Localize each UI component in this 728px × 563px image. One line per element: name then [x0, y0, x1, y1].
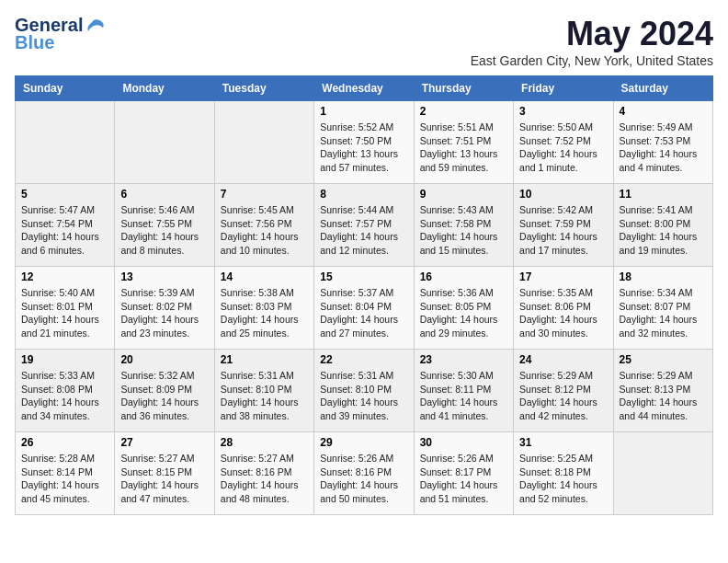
weekday-header-sunday: Sunday — [16, 76, 115, 101]
day-number: 21 — [221, 353, 308, 366]
day-number: 29 — [320, 436, 407, 449]
calendar-cell: 18Sunrise: 5:34 AM Sunset: 8:07 PM Dayli… — [613, 267, 712, 350]
title-block: May 2024 East Garden City, New York, Uni… — [471, 15, 713, 68]
weekday-header-friday: Friday — [514, 76, 613, 101]
day-number: 26 — [21, 436, 108, 449]
calendar-cell — [115, 101, 214, 184]
day-info: Sunrise: 5:26 AM Sunset: 8:17 PM Dayligh… — [420, 452, 507, 506]
calendar-table: SundayMondayTuesdayWednesdayThursdayFrid… — [15, 75, 713, 515]
day-info: Sunrise: 5:52 AM Sunset: 7:50 PM Dayligh… — [320, 121, 407, 175]
logo-bird-icon — [85, 18, 105, 33]
day-number: 1 — [320, 105, 407, 118]
page-header: General Blue May 2024 East Garden City, … — [15, 15, 713, 68]
calendar-cell: 17Sunrise: 5:35 AM Sunset: 8:06 PM Dayli… — [514, 267, 613, 350]
day-number: 10 — [519, 188, 607, 201]
calendar-cell: 5Sunrise: 5:47 AM Sunset: 7:54 PM Daylig… — [16, 184, 115, 267]
calendar-cell — [613, 432, 712, 515]
calendar-cell: 25Sunrise: 5:29 AM Sunset: 8:13 PM Dayli… — [613, 350, 712, 432]
calendar-cell: 3Sunrise: 5:50 AM Sunset: 7:52 PM Daylig… — [514, 101, 613, 184]
week-row-5: 26Sunrise: 5:28 AM Sunset: 8:14 PM Dayli… — [16, 432, 713, 515]
calendar-cell: 9Sunrise: 5:43 AM Sunset: 7:58 PM Daylig… — [414, 184, 513, 267]
calendar-cell: 24Sunrise: 5:29 AM Sunset: 8:12 PM Dayli… — [514, 350, 613, 432]
calendar-body: 1Sunrise: 5:52 AM Sunset: 7:50 PM Daylig… — [16, 101, 713, 515]
calendar-cell — [16, 101, 115, 184]
day-info: Sunrise: 5:29 AM Sunset: 8:12 PM Dayligh… — [519, 369, 607, 423]
day-info: Sunrise: 5:25 AM Sunset: 8:18 PM Dayligh… — [519, 452, 607, 506]
logo: General Blue — [15, 15, 105, 53]
day-number: 15 — [320, 270, 407, 283]
day-info: Sunrise: 5:36 AM Sunset: 8:05 PM Dayligh… — [420, 286, 507, 340]
calendar-cell: 6Sunrise: 5:46 AM Sunset: 7:55 PM Daylig… — [115, 184, 214, 267]
day-info: Sunrise: 5:46 AM Sunset: 7:55 PM Dayligh… — [120, 203, 208, 258]
day-number: 6 — [120, 188, 208, 201]
calendar-cell: 31Sunrise: 5:25 AM Sunset: 8:18 PM Dayli… — [514, 432, 613, 515]
calendar-cell: 14Sunrise: 5:38 AM Sunset: 8:03 PM Dayli… — [214, 267, 313, 350]
day-number: 19 — [21, 353, 108, 366]
day-info: Sunrise: 5:27 AM Sunset: 8:15 PM Dayligh… — [120, 452, 208, 506]
day-number: 28 — [221, 436, 308, 449]
week-row-1: 1Sunrise: 5:52 AM Sunset: 7:50 PM Daylig… — [16, 101, 713, 184]
calendar-cell: 28Sunrise: 5:27 AM Sunset: 8:16 PM Dayli… — [214, 432, 313, 515]
weekday-header-monday: Monday — [115, 76, 214, 101]
day-number: 16 — [420, 270, 507, 283]
day-number: 23 — [420, 353, 507, 366]
day-info: Sunrise: 5:28 AM Sunset: 8:14 PM Dayligh… — [21, 452, 108, 506]
day-number: 22 — [320, 353, 407, 366]
day-number: 3 — [519, 105, 607, 118]
day-number: 8 — [320, 188, 407, 201]
day-number: 31 — [519, 436, 607, 449]
day-info: Sunrise: 5:31 AM Sunset: 8:10 PM Dayligh… — [221, 369, 308, 423]
day-info: Sunrise: 5:38 AM Sunset: 8:03 PM Dayligh… — [221, 286, 308, 340]
calendar-cell: 10Sunrise: 5:42 AM Sunset: 7:59 PM Dayli… — [514, 184, 613, 267]
calendar-cell: 15Sunrise: 5:37 AM Sunset: 8:04 PM Dayli… — [314, 267, 414, 350]
weekday-header-row: SundayMondayTuesdayWednesdayThursdayFrid… — [16, 76, 713, 101]
weekday-header-saturday: Saturday — [613, 76, 712, 101]
day-number: 27 — [120, 436, 208, 449]
calendar-cell: 7Sunrise: 5:45 AM Sunset: 7:56 PM Daylig… — [214, 184, 313, 267]
day-info: Sunrise: 5:47 AM Sunset: 7:54 PM Dayligh… — [21, 203, 108, 258]
day-info: Sunrise: 5:44 AM Sunset: 7:57 PM Dayligh… — [320, 203, 407, 258]
day-number: 2 — [420, 105, 507, 118]
calendar-cell: 22Sunrise: 5:31 AM Sunset: 8:10 PM Dayli… — [314, 350, 414, 432]
day-info: Sunrise: 5:45 AM Sunset: 7:56 PM Dayligh… — [221, 203, 308, 258]
calendar-cell: 13Sunrise: 5:39 AM Sunset: 8:02 PM Dayli… — [115, 267, 214, 350]
calendar-cell: 20Sunrise: 5:32 AM Sunset: 8:09 PM Dayli… — [115, 350, 214, 432]
calendar-cell: 21Sunrise: 5:31 AM Sunset: 8:10 PM Dayli… — [214, 350, 313, 432]
day-info: Sunrise: 5:37 AM Sunset: 8:04 PM Dayligh… — [320, 286, 407, 340]
day-number: 7 — [221, 188, 308, 201]
day-number: 12 — [21, 270, 108, 283]
calendar-cell: 2Sunrise: 5:51 AM Sunset: 7:51 PM Daylig… — [414, 101, 513, 184]
calendar-cell: 23Sunrise: 5:30 AM Sunset: 8:11 PM Dayli… — [414, 350, 513, 432]
calendar-cell: 30Sunrise: 5:26 AM Sunset: 8:17 PM Dayli… — [414, 432, 513, 515]
day-number: 14 — [221, 270, 308, 283]
calendar-cell: 4Sunrise: 5:49 AM Sunset: 7:53 PM Daylig… — [613, 101, 712, 184]
calendar-cell: 26Sunrise: 5:28 AM Sunset: 8:14 PM Dayli… — [16, 432, 115, 515]
day-info: Sunrise: 5:26 AM Sunset: 8:16 PM Dayligh… — [320, 452, 407, 506]
weekday-header-wednesday: Wednesday — [314, 76, 414, 101]
day-number: 20 — [120, 353, 208, 366]
day-info: Sunrise: 5:50 AM Sunset: 7:52 PM Dayligh… — [519, 121, 607, 175]
calendar-cell: 16Sunrise: 5:36 AM Sunset: 8:05 PM Dayli… — [414, 267, 513, 350]
day-info: Sunrise: 5:42 AM Sunset: 7:59 PM Dayligh… — [519, 203, 607, 258]
day-info: Sunrise: 5:34 AM Sunset: 8:07 PM Dayligh… — [620, 286, 707, 340]
day-info: Sunrise: 5:41 AM Sunset: 8:00 PM Dayligh… — [620, 203, 707, 258]
day-info: Sunrise: 5:49 AM Sunset: 7:53 PM Dayligh… — [620, 121, 707, 175]
day-info: Sunrise: 5:27 AM Sunset: 8:16 PM Dayligh… — [221, 452, 308, 506]
day-info: Sunrise: 5:29 AM Sunset: 8:13 PM Dayligh… — [620, 369, 707, 423]
day-info: Sunrise: 5:39 AM Sunset: 8:02 PM Dayligh… — [120, 286, 208, 340]
day-info: Sunrise: 5:30 AM Sunset: 8:11 PM Dayligh… — [420, 369, 507, 423]
day-info: Sunrise: 5:35 AM Sunset: 8:06 PM Dayligh… — [519, 286, 607, 340]
day-info: Sunrise: 5:33 AM Sunset: 8:08 PM Dayligh… — [21, 369, 108, 423]
location: East Garden City, New York, United State… — [471, 53, 713, 68]
calendar-cell: 11Sunrise: 5:41 AM Sunset: 8:00 PM Dayli… — [613, 184, 712, 267]
calendar-cell: 29Sunrise: 5:26 AM Sunset: 8:16 PM Dayli… — [314, 432, 414, 515]
day-number: 5 — [21, 188, 108, 201]
day-number: 13 — [120, 270, 208, 283]
day-info: Sunrise: 5:32 AM Sunset: 8:09 PM Dayligh… — [120, 369, 208, 423]
day-number: 25 — [620, 353, 707, 366]
day-info: Sunrise: 5:43 AM Sunset: 7:58 PM Dayligh… — [420, 203, 507, 258]
weekday-header-tuesday: Tuesday — [214, 76, 313, 101]
day-number: 30 — [420, 436, 507, 449]
calendar-cell: 8Sunrise: 5:44 AM Sunset: 7:57 PM Daylig… — [314, 184, 414, 267]
calendar-cell: 12Sunrise: 5:40 AM Sunset: 8:01 PM Dayli… — [16, 267, 115, 350]
